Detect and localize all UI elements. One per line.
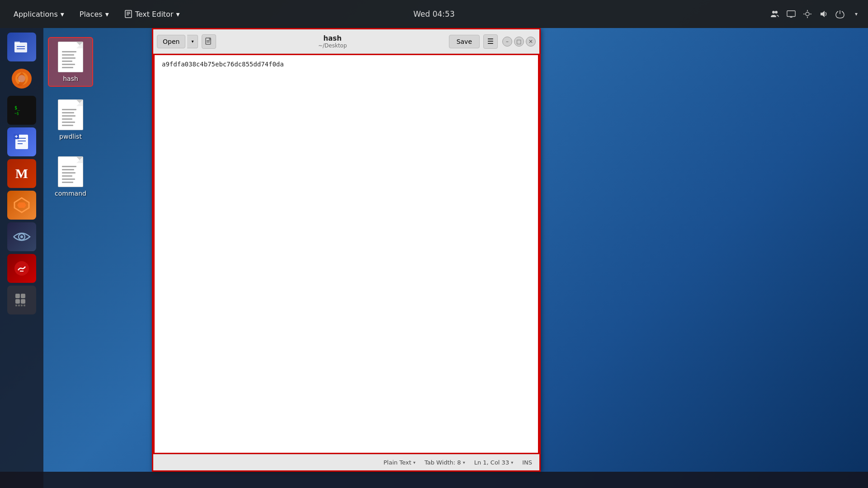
position-label: Ln 1, Col 33	[474, 459, 509, 466]
sidebar-item-terminal[interactable]: $_ ~$	[7, 96, 36, 125]
volume-icon[interactable]	[819, 9, 828, 19]
editor-filename: hash	[323, 34, 341, 42]
tab-width-selector[interactable]: Tab Width: 8 ▾	[425, 459, 465, 466]
svg-point-12	[806, 12, 809, 16]
minimize-icon: –	[506, 38, 509, 45]
hamburger-icon: ☰	[487, 37, 494, 46]
desktop-files-area: hash pwdlist com	[43, 28, 152, 488]
users-icon	[770, 9, 779, 19]
maximize-icon: □	[516, 38, 521, 45]
sidebar: $_ ~$ M	[0, 28, 43, 488]
texteditor-arrow: ▾	[176, 10, 179, 19]
svg-rect-44	[21, 305, 23, 306]
texteditor-label: Text Editor	[135, 10, 174, 19]
insert-mode-label: INS	[522, 459, 532, 466]
editor-content-area[interactable]: a9fdfa038c4b75ebc76dc855dd74f0da	[153, 54, 539, 454]
svg-text:$_: $_	[14, 105, 20, 111]
topbar-right: ▾	[770, 9, 861, 19]
window-controls: – □ ✕	[502, 37, 536, 47]
places-menu[interactable]: Places ▾	[73, 8, 115, 20]
desktop-file-command[interactable]: command	[48, 153, 93, 201]
sidebar-item-eye[interactable]	[7, 222, 36, 251]
power-icon[interactable]	[835, 9, 844, 19]
pwdlist-file-icon	[58, 99, 83, 130]
desktop-file-hash[interactable]: hash	[48, 37, 93, 87]
svg-rect-41	[21, 299, 25, 304]
sidebar-item-bloodhound[interactable]	[7, 254, 36, 283]
svg-rect-43	[18, 305, 20, 306]
brightness-icon[interactable]	[803, 9, 812, 19]
insert-mode-indicator: INS	[522, 459, 532, 466]
editor-open-button[interactable]: Open	[157, 35, 185, 48]
topbar-left: Applications ▾ Places ▾ Text Editor ▾	[7, 8, 186, 20]
window-close-button[interactable]: ✕	[526, 37, 536, 47]
editor-titlebar: Open ▾ hash ~/Desktop Save ☰ – □	[153, 29, 539, 54]
texteditor-menu[interactable]: Text Editor ▾	[118, 8, 186, 20]
bottom-taskbar	[0, 472, 868, 488]
settings-arrow-icon[interactable]: ▾	[852, 9, 861, 19]
new-file-icon	[205, 38, 213, 46]
window-minimize-button[interactable]: –	[502, 37, 512, 47]
editor-open-dropdown[interactable]: ▾	[187, 35, 198, 48]
editor-menu-button[interactable]: ☰	[483, 34, 498, 49]
svg-text:~$: ~$	[14, 112, 19, 116]
language-arrow: ▾	[413, 460, 415, 465]
position-arrow: ▾	[511, 460, 513, 465]
svg-rect-3	[125, 10, 132, 18]
svg-point-35	[20, 235, 23, 238]
editor-new-button[interactable]	[202, 34, 216, 49]
svg-rect-18	[14, 42, 20, 44]
places-arrow: ▾	[105, 10, 109, 19]
svg-rect-37	[15, 294, 20, 298]
hash-file-icon	[58, 42, 83, 72]
svg-rect-24	[13, 102, 31, 118]
text-editor-window: Open ▾ hash ~/Desktop Save ☰ – □	[152, 28, 541, 472]
editor-text-content: a9fdfa038c4b75ebc76dc855dd74f0da	[162, 61, 284, 68]
desktop-file-pwdlist[interactable]: pwdlist	[48, 96, 93, 144]
command-file-label: command	[55, 190, 86, 197]
sidebar-item-firefox[interactable]	[7, 64, 36, 93]
texteditor-icon	[124, 10, 132, 18]
svg-rect-9	[787, 11, 795, 17]
open-arrow-icon: ▾	[191, 39, 193, 44]
sidebar-item-notes[interactable]	[7, 127, 36, 156]
svg-rect-45	[24, 305, 25, 306]
tab-arrow: ▾	[463, 460, 465, 465]
display-icon[interactable]	[787, 9, 796, 19]
sidebar-item-all-apps[interactable]	[7, 286, 36, 314]
clock: Wed 04:53	[413, 9, 454, 19]
svg-point-7	[772, 11, 775, 14]
applications-arrow: ▾	[61, 10, 64, 19]
editor-save-button[interactable]: Save	[449, 35, 480, 48]
applications-label: Applications	[14, 10, 58, 19]
tab-width-label: Tab Width: 8	[425, 459, 461, 466]
editor-filepath: ~/Desktop	[318, 42, 347, 49]
pwdlist-file-label: pwdlist	[59, 133, 82, 140]
hash-file-label: hash	[63, 75, 78, 82]
language-selector[interactable]: Plain Text ▾	[383, 459, 415, 466]
language-label: Plain Text	[383, 459, 411, 466]
editor-title-area: hash ~/Desktop	[218, 34, 447, 49]
position-selector[interactable]: Ln 1, Col 33 ▾	[474, 459, 514, 466]
close-icon: ✕	[528, 38, 533, 45]
topbar: Applications ▾ Places ▾ Text Editor ▾ We…	[0, 0, 868, 28]
sidebar-item-files[interactable]	[7, 33, 36, 61]
applications-menu[interactable]: Applications ▾	[7, 8, 71, 20]
window-maximize-button[interactable]: □	[514, 37, 524, 47]
svg-point-8	[775, 11, 778, 14]
svg-rect-38	[21, 294, 25, 298]
editor-statusbar: Plain Text ▾ Tab Width: 8 ▾ Ln 1, Col 33…	[153, 454, 539, 470]
sidebar-item-burpsuite[interactable]	[7, 191, 36, 220]
places-label: Places	[80, 10, 103, 19]
svg-rect-40	[15, 299, 20, 304]
sidebar-item-mail[interactable]: M	[7, 159, 36, 188]
svg-rect-42	[15, 305, 17, 306]
open-label: Open	[163, 38, 179, 45]
command-file-icon	[58, 156, 83, 187]
